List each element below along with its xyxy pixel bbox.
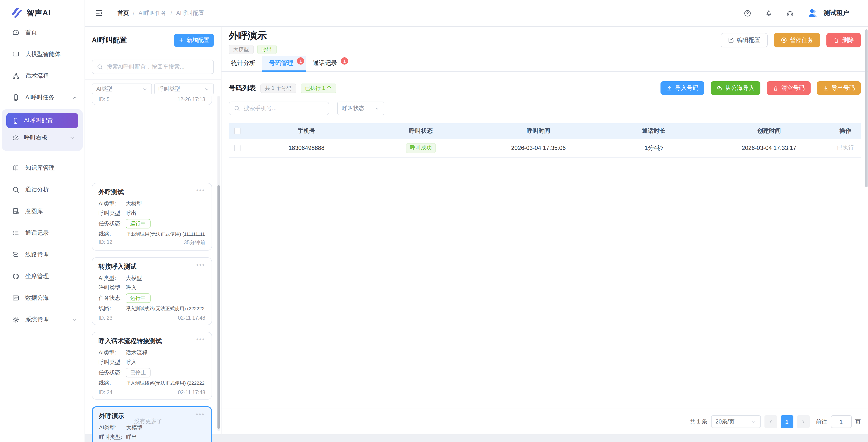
cell-duration: 1分4秒 — [599, 144, 708, 152]
call-status-badge: 呼叫成功 — [406, 143, 436, 153]
config-search-row — [85, 54, 221, 80]
logo: 智声AI — [0, 0, 85, 20]
goto-label: 前往 — [816, 418, 827, 426]
flow-icon — [12, 72, 20, 79]
card-title: 呼入话术流程转接测试 — [98, 337, 162, 345]
status-badge: 已停止 — [126, 368, 150, 377]
sidebar-item-label: 知识库管理 — [25, 164, 85, 172]
card-line: 呼入测试线路(无法正式使用) (22222222) — [126, 305, 205, 312]
chevron-down-icon — [142, 87, 147, 92]
logo-icon — [12, 7, 23, 18]
avatar — [807, 8, 818, 19]
delete-button[interactable]: 删除 — [827, 33, 861, 47]
breadcrumb-home[interactable]: 首页 — [118, 9, 129, 17]
list-scrollbar[interactable] — [217, 96, 220, 431]
call-type-select[interactable]: 呼叫类型 — [154, 83, 214, 94]
sidebar-item-script-flow[interactable]: 话术流程 — [0, 65, 85, 87]
more-actions-icon[interactable]: ••• — [196, 263, 205, 267]
add-config-button[interactable]: 新增配置 — [174, 34, 214, 47]
collapse-sidebar-button[interactable] — [95, 9, 103, 17]
number-count-tag: 共 1 个号码 — [260, 83, 296, 93]
row-checkbox[interactable] — [234, 145, 241, 151]
more-actions-icon[interactable]: ••• — [196, 337, 205, 342]
support-button[interactable] — [786, 9, 794, 17]
breadcrumb-separator: / — [133, 10, 134, 16]
app-root: 智声AI 首页 大模型智能体 话术流程 AI呼叫任务 — [0, 0, 868, 442]
dashboard-icon — [12, 29, 20, 36]
page-number-button[interactable]: 1 — [780, 415, 793, 428]
search-icon — [12, 186, 20, 193]
column-header: 呼叫时间 — [477, 127, 599, 135]
ai-type-select[interactable]: AI类型 — [92, 83, 152, 94]
sidebar-item-home[interactable]: 首页 — [0, 22, 85, 43]
breadcrumb-separator: / — [170, 10, 172, 16]
sidebar-item-system-management[interactable]: 系统管理 — [0, 309, 85, 331]
import-numbers-button[interactable]: 导入号码 — [660, 81, 704, 95]
sidebar-item-call-records[interactable]: 通话记录 — [0, 222, 85, 244]
call-status-select[interactable]: 呼叫状态 — [337, 102, 384, 115]
breadcrumb-ai-call-config: AI呼叫配置 — [176, 9, 204, 17]
sidebar-item-call-board[interactable]: 呼叫看板 — [6, 130, 78, 145]
prev-page-button[interactable] — [764, 415, 777, 428]
table-header: 手机号 呼叫状态 呼叫时间 通话时长 创建时间 操作 — [229, 123, 861, 139]
headset-icon — [786, 9, 794, 17]
pause-task-button[interactable]: 暂停任务 — [774, 33, 820, 47]
config-card[interactable]: 转接呼入测试 ••• AI类型:大模型 呼叫类型:呼入 任务状态:运行中 线路:… — [92, 257, 212, 325]
status-badge: 运行中 — [126, 219, 150, 229]
sidebar-item-intent-library[interactable]: 意图库 — [0, 200, 85, 222]
sidebar-item-ai-call-tasks[interactable]: AI呼叫任务 — [0, 87, 85, 108]
import-from-pool-button[interactable]: 从公海导入 — [711, 81, 761, 95]
more-actions-icon[interactable]: ••• — [196, 412, 205, 417]
edit-icon — [728, 37, 734, 43]
goto-page-input[interactable] — [831, 415, 851, 428]
sidebar-item-data-pool[interactable]: 数据公海 — [0, 287, 85, 309]
card-time: 35分钟前 — [184, 239, 205, 246]
config-card-partial[interactable]: ID: 5 12-26 17:13 — [92, 96, 212, 105]
cell-phone: 18306498888 — [249, 144, 364, 151]
sidebar-item-label: 呼叫看板 — [24, 134, 65, 142]
page-size-select[interactable]: 20条/页 — [711, 415, 761, 428]
account-menu[interactable]: 测试租户 — [807, 8, 849, 19]
sidebar-item-ai-call-config[interactable]: AI呼叫配置 — [6, 113, 78, 128]
sidebar-item-llm-agent[interactable]: 大模型智能体 — [0, 43, 85, 65]
page-scrollbar-thumb[interactable] — [865, 29, 868, 188]
number-management-content: 号码列表 共 1 个号码 已执行 1 个 导入号码 从公海导入 清空号码 — [221, 81, 868, 158]
list-scrollbar-thumb[interactable] — [217, 185, 220, 429]
export-numbers-button[interactable]: 导出号码 — [817, 81, 861, 95]
number-table: 手机号 呼叫状态 呼叫时间 通话时长 创建时间 操作 18306498888 呼… — [229, 123, 861, 158]
config-card-list: ID: 5 12-26 17:13 外呼测试 ••• AI类型:大模型 呼叫类型… — [85, 96, 221, 434]
card-ai-type: 大模型 — [126, 200, 142, 208]
next-page-button[interactable] — [797, 415, 809, 428]
sidebar-item-label: 数据公海 — [25, 294, 85, 302]
tab-number-management[interactable]: 号码管理 1 — [262, 56, 306, 72]
tab-call-records[interactable]: 通话记录 1 — [306, 56, 350, 72]
monitor-icon — [12, 50, 20, 58]
phone-search-input[interactable] — [244, 105, 324, 111]
breadcrumb-ai-call-tasks[interactable]: AI呼叫任务 — [138, 9, 166, 17]
table-row[interactable]: 18306498888 呼叫成功 2026-03-04 17:35:06 1分4… — [229, 139, 861, 158]
sidebar-item-call-analysis[interactable]: 通话分析 — [0, 179, 85, 200]
help-button[interactable] — [744, 9, 751, 17]
book-icon — [12, 164, 20, 172]
header-actions: 编辑配置 暂停任务 删除 — [721, 33, 861, 47]
cell-action-executed: 已执行 — [830, 144, 861, 152]
sidebar-item-line-management[interactable]: 线路管理 — [0, 244, 85, 266]
phone-icon — [12, 94, 20, 101]
cell-call-time: 2026-03-04 17:35:06 — [477, 144, 599, 151]
status-badge: 运行中 — [126, 294, 150, 303]
sidebar-item-seat-management[interactable]: 坐席管理 — [0, 266, 85, 287]
more-actions-icon[interactable]: ••• — [196, 188, 205, 193]
notifications-button[interactable] — [765, 9, 773, 17]
tab-statistics[interactable]: 统计分析 — [224, 56, 262, 72]
config-card[interactable]: 外呼测试 ••• AI类型:大模型 呼叫类型:呼出 任务状态:运行中 线路:呼出… — [92, 183, 212, 250]
clear-numbers-button[interactable]: 清空号码 — [767, 81, 811, 95]
edit-config-button[interactable]: 编辑配置 — [721, 33, 768, 47]
config-search-input[interactable] — [107, 64, 209, 70]
card-call-type: 呼出 — [126, 209, 136, 217]
sidebar-item-knowledge-base[interactable]: 知识库管理 — [0, 157, 85, 179]
search-icon — [234, 105, 240, 111]
select-all-checkbox[interactable] — [234, 128, 241, 134]
config-card[interactable]: 呼入话术流程转接测试 ••• AI类型:话术流程 呼叫类型:呼入 任务状态:已停… — [92, 332, 212, 400]
phone-search-box — [229, 102, 329, 115]
sidebar-item-label: 首页 — [25, 28, 85, 37]
